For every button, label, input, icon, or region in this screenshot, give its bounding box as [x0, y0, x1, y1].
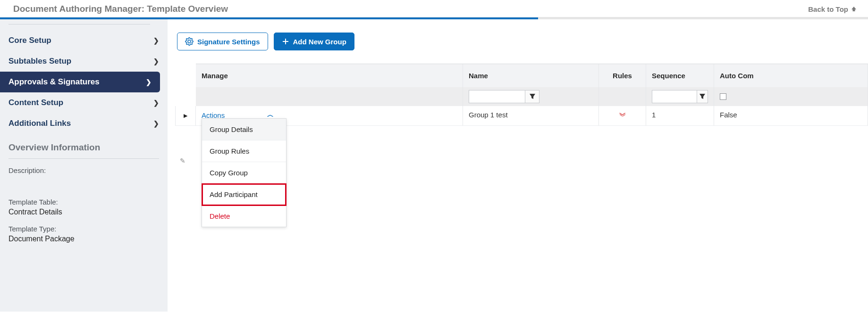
menu-item-group-rules[interactable]: Group Rules: [202, 140, 286, 162]
name-filter-button[interactable]: [525, 90, 539, 103]
actions-label: Actions: [202, 111, 225, 119]
back-to-top-label: Back to Top: [808, 5, 848, 13]
sidebar-item-label: Approvals & Signatures: [8, 77, 100, 87]
sidebar-item-subtables-setup[interactable]: Subtables Setup ❯: [0, 51, 168, 72]
template-table-value: Contract Details: [0, 208, 168, 225]
chevron-right-icon: ❯: [153, 37, 159, 44]
table-row: ▶ Actions ︿ Group 1 test 1 False: [196, 106, 868, 126]
overview-heading: Overview Information: [0, 134, 168, 156]
main-content: Signature Settings Add New Group Manage …: [168, 19, 868, 126]
template-type-value: Document Package: [0, 235, 168, 252]
sidebar-item-core-setup[interactable]: Core Setup ❯: [0, 30, 168, 51]
column-header-name[interactable]: Name: [463, 64, 599, 87]
back-to-top-link[interactable]: Back to Top: [808, 5, 857, 13]
column-header-rules[interactable]: Rules: [599, 64, 646, 87]
chevron-right-icon: ❯: [153, 57, 159, 65]
sidebar-item-content-setup[interactable]: Content Setup ❯: [0, 92, 168, 113]
expand-row-toggle[interactable]: ▶: [184, 113, 187, 119]
plus-icon: [282, 38, 289, 45]
chevron-right-icon: ❯: [153, 99, 159, 107]
sequence-filter-button[interactable]: [697, 90, 708, 103]
menu-item-add-participant[interactable]: Add Participant: [202, 184, 286, 205]
sidebar-item-label: Subtables Setup: [8, 57, 71, 66]
add-new-group-label: Add New Group: [293, 38, 346, 46]
column-header-auto[interactable]: Auto Com: [714, 64, 868, 87]
column-header-manage[interactable]: Manage: [196, 64, 463, 87]
gear-icon: [185, 37, 194, 46]
actions-dropdown: Group Details Group Rules Copy Group Add…: [202, 118, 287, 227]
sidebar-item-label: Content Setup: [8, 98, 63, 107]
sequence-filter-input[interactable]: [652, 90, 697, 103]
add-new-group-button[interactable]: Add New Group: [274, 33, 354, 50]
signature-settings-button[interactable]: Signature Settings: [177, 33, 268, 50]
name-filter-input[interactable]: [469, 90, 525, 103]
row-sequence-value: 1: [646, 106, 714, 126]
column-header-sequence[interactable]: Sequence: [646, 64, 714, 87]
sidebar-item-label: Core Setup: [8, 36, 51, 45]
menu-item-copy-group[interactable]: Copy Group: [202, 162, 286, 184]
menu-item-delete[interactable]: Delete: [202, 205, 286, 227]
menu-item-group-details[interactable]: Group Details: [202, 119, 286, 140]
sidebar-item-approvals-signatures[interactable]: Approvals & Signatures ❯: [0, 72, 160, 92]
chevron-right-icon: ❯: [146, 78, 152, 86]
filter-icon: [699, 93, 706, 100]
edit-icon[interactable]: ✎: [180, 157, 185, 164]
template-type-label: Template Type:: [0, 225, 168, 235]
groups-table: Manage Name Rules Sequence Auto Com: [196, 64, 868, 126]
description-label: Description:: [0, 166, 168, 176]
sidebar-item-additional-links[interactable]: Additional Links ❯: [0, 113, 168, 134]
filter-icon: [529, 93, 536, 100]
rules-icon[interactable]: [605, 111, 640, 119]
signature-settings-label: Signature Settings: [197, 38, 260, 46]
page-title: Document Authoring Manager: Template Ove…: [13, 4, 228, 14]
auto-filter-checkbox[interactable]: [720, 93, 726, 100]
row-name-value: Group 1 test: [463, 106, 599, 126]
sidebar-item-label: Additional Links: [8, 119, 71, 128]
arrow-up-icon: [851, 6, 857, 12]
description-value: [0, 176, 168, 185]
row-auto-value: False: [714, 106, 868, 126]
template-table-label: Template Table:: [0, 198, 168, 208]
sidebar: Core Setup ❯ Subtables Setup ❯ Approvals…: [0, 19, 168, 312]
chevron-right-icon: ❯: [153, 120, 159, 127]
